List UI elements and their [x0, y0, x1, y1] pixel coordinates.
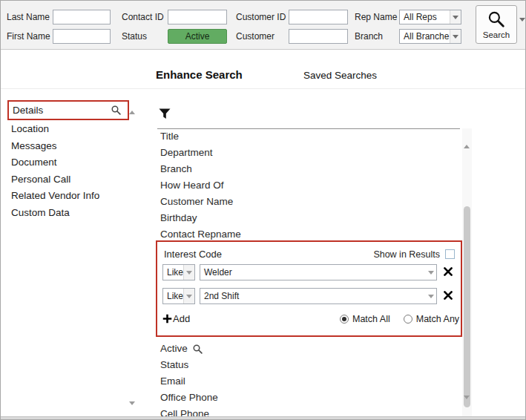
- sidebar-item-custom-data[interactable]: Custom Data: [11, 206, 70, 220]
- filter-operator-dropdown-2[interactable]: Like: [162, 288, 195, 304]
- list-clip-edge: [157, 128, 460, 129]
- field-item-title[interactable]: Title: [160, 131, 179, 142]
- field-item-status[interactable]: Status: [160, 359, 188, 371]
- show-in-results-label: Show in Results: [373, 249, 440, 260]
- field-item-label: Active: [160, 343, 188, 355]
- sidebar-item-personal-call[interactable]: Personal Call: [11, 172, 70, 187]
- list-scrollbar[interactable]: [462, 128, 472, 416]
- rep-name-dropdown[interactable]: All Reps: [399, 10, 461, 24]
- sidebar-item-messages[interactable]: Messages: [11, 139, 57, 154]
- list-scroll-up-icon[interactable]: [464, 132, 470, 145]
- rep-name-label: Rep Name: [355, 10, 397, 24]
- interest-code-panel: Interest Code Show in Results Like Welde…: [156, 240, 462, 337]
- sidebar-item-document[interactable]: Document: [11, 155, 57, 170]
- match-mode-group: Match All Match Any: [340, 314, 459, 324]
- search-button[interactable]: Search: [476, 5, 517, 44]
- chevron-down-icon: [450, 10, 461, 24]
- rep-name-value: All Reps: [400, 12, 450, 22]
- match-any-label: Match Any: [416, 314, 459, 324]
- customer-label: Customer: [236, 29, 274, 44]
- filter-value-2: 2nd Shift: [200, 291, 425, 301]
- list-scrollbar-thumb[interactable]: [464, 206, 470, 407]
- tabs-divider: [1, 88, 526, 89]
- filter-value-combo-1[interactable]: Welder: [200, 264, 437, 280]
- field-item-birthday[interactable]: Birthday: [160, 212, 197, 224]
- status-active-button[interactable]: Active: [168, 29, 227, 44]
- remove-filter-button-1[interactable]: [443, 266, 455, 278]
- match-any-radio[interactable]: [404, 315, 412, 324]
- sidebar-item-details[interactable]: Details: [13, 103, 43, 118]
- plus-icon: [162, 314, 172, 324]
- add-filter-button[interactable]: Add: [162, 313, 190, 324]
- add-filter-label: Add: [173, 313, 190, 324]
- customer-id-input[interactable]: [289, 10, 348, 24]
- contact-id-label: Contact ID: [122, 10, 164, 24]
- chevron-down-icon: [450, 30, 461, 43]
- field-item-office-phone[interactable]: Office Phone: [160, 392, 218, 404]
- field-item-active[interactable]: Active: [160, 343, 203, 355]
- window-bottom-edge: [1, 416, 526, 420]
- contact-id-input[interactable]: [168, 10, 227, 24]
- branch-value: All Branche: [400, 31, 450, 42]
- filter-funnel-icon[interactable]: [159, 108, 171, 122]
- chevron-down-icon: [425, 265, 436, 280]
- search-button-label: Search: [483, 30, 510, 39]
- match-all-label: Match All: [352, 314, 390, 324]
- first-name-input[interactable]: [53, 29, 111, 44]
- field-item-contact-repname[interactable]: Contact Repname: [160, 229, 241, 240]
- branch-label: Branch: [355, 29, 383, 44]
- sidebar-item-related-vendor-info[interactable]: Related Vendor Info: [11, 188, 99, 203]
- interest-code-title: Interest Code: [164, 249, 222, 260]
- match-all-radio[interactable]: [340, 315, 349, 324]
- active-search-icon: [192, 344, 203, 355]
- filter-operator-dropdown-1[interactable]: Like: [162, 264, 195, 280]
- remove-filter-button-2[interactable]: [443, 290, 455, 302]
- field-item-branch[interactable]: Branch: [160, 163, 192, 175]
- customer-input[interactable]: [289, 29, 348, 44]
- first-name-label: First Name: [7, 29, 50, 44]
- sidebar-item-location[interactable]: Location: [11, 122, 49, 137]
- last-name-input[interactable]: [53, 10, 111, 24]
- chevron-down-icon: [183, 265, 194, 280]
- sidebar-scroll-up-icon[interactable]: [129, 98, 135, 111]
- list-scroll-down-icon[interactable]: [464, 399, 470, 413]
- search-options-caret[interactable]: [519, 22, 525, 35]
- sidebar-item-label: Details: [13, 105, 43, 116]
- filter-value-1: Welder: [200, 267, 425, 278]
- filter-operator-value-2: Like: [163, 291, 183, 301]
- search-icon: [487, 10, 506, 29]
- last-name-label: Last Name: [7, 10, 50, 24]
- search-toolbar: Last Name First Name Contact ID Status A…: [1, 1, 526, 50]
- chevron-down-icon: [425, 289, 436, 303]
- details-search-icon: [111, 105, 122, 116]
- field-item-department[interactable]: Department: [160, 147, 213, 159]
- tab-saved-searches[interactable]: Saved Searches: [303, 70, 377, 81]
- field-item-customer-name[interactable]: Customer Name: [160, 196, 233, 208]
- customer-id-label: Customer ID: [236, 10, 286, 24]
- chevron-down-icon: [183, 289, 194, 303]
- status-label: Status: [122, 29, 147, 44]
- filter-operator-value-1: Like: [163, 267, 183, 278]
- contact-search-window: Last Name First Name Contact ID Status A…: [0, 0, 526, 420]
- field-item-how-heard-of[interactable]: How Heard Of: [160, 180, 224, 191]
- show-in-results-checkbox[interactable]: [445, 249, 455, 259]
- branch-dropdown[interactable]: All Branche: [399, 29, 461, 44]
- filter-value-combo-2[interactable]: 2nd Shift: [200, 288, 437, 304]
- field-item-email[interactable]: Email: [160, 375, 185, 387]
- tab-enhance-search[interactable]: Enhance Search: [156, 68, 243, 81]
